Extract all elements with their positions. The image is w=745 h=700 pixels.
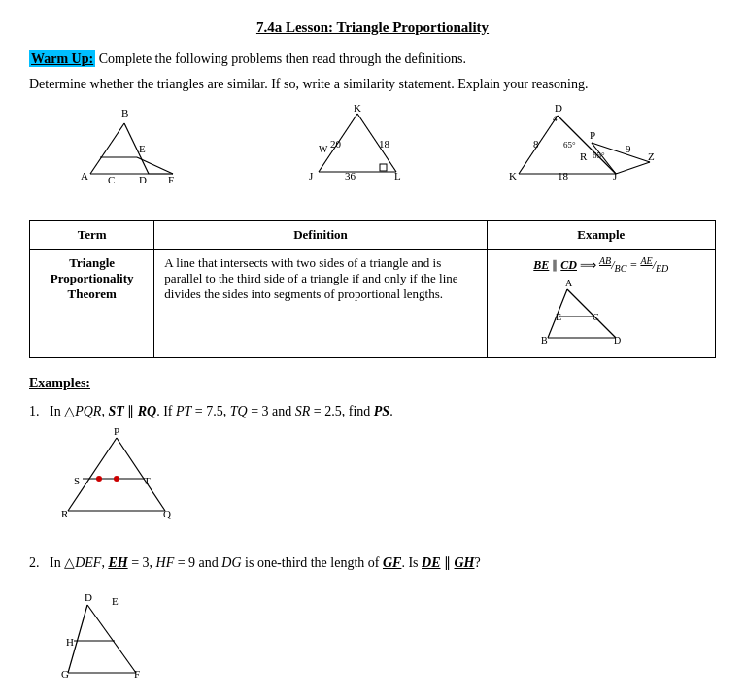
problem-2-num: 2. In △DEF, EH = 3, HF = 9 and DG is one…: [29, 555, 481, 570]
ex-C: C: [593, 312, 599, 322]
example-formula: BE ∥ CD ⟹ AB/BC = AE/ED: [497, 255, 705, 274]
examples-header: Examples:: [29, 376, 716, 391]
num-36: 36: [345, 170, 356, 182]
label-F2: F: [134, 668, 140, 680]
warm-up-label: Warm Up:: [29, 50, 95, 67]
warm-up-line: Warm Up: Complete the following problems…: [29, 50, 716, 69]
svg-line-21: [117, 438, 165, 511]
term-cell: Triangle Proportionality Theorem: [30, 249, 154, 357]
determine-line: Determine whether the triangles are simi…: [29, 77, 716, 92]
page-title: 7.4a Lesson: Triangle Proportionality: [29, 19, 716, 36]
label-Z3: Z: [648, 150, 655, 162]
angle-65b: 65°: [563, 140, 576, 150]
label-K2: K: [354, 104, 361, 114]
label-J3: J: [613, 170, 618, 182]
ex-D: D: [614, 335, 621, 346]
label-F: F: [168, 174, 174, 185]
def-cell: A line that intersects with two sides of…: [154, 249, 487, 357]
num-8: 8: [533, 138, 539, 150]
label-S: S: [74, 475, 80, 486]
label-B: B: [121, 107, 128, 118]
ex-A: A: [565, 280, 573, 288]
label-G2: G: [61, 668, 69, 680]
problem-1-text: 1. In △PQR, ST ∥ RQ. If PT = 7.5, TQ = 3…: [29, 401, 716, 422]
problem-2: 2. In △DEF, EH = 3, HF = 9 and DG is one…: [29, 552, 716, 690]
svg-line-15: [616, 162, 650, 174]
label-E: E: [139, 143, 146, 154]
label-E2: E: [112, 595, 119, 607]
svg-point-24: [96, 476, 102, 482]
label-P: P: [114, 428, 119, 437]
term-proportionality: Proportionality: [51, 271, 134, 285]
problem-1-svg: P R Q S T: [58, 428, 194, 525]
label-T: T: [144, 475, 151, 486]
warm-up-text: Complete the following problems then rea…: [95, 51, 466, 66]
label-A: A: [81, 170, 88, 182]
label-L2: L: [394, 170, 401, 182]
label-P3: P: [590, 129, 595, 141]
example-triangle-svg: A B E C D: [538, 280, 664, 348]
problem-1: 1. In △PQR, ST ∥ RQ. If PT = 7.5, TQ = 3…: [29, 401, 716, 529]
term-theorem: Theorem: [68, 286, 117, 301]
label-K3: K: [509, 170, 517, 182]
col-term-header: Term: [30, 220, 154, 249]
svg-line-1: [90, 123, 124, 174]
label-R3: R: [580, 150, 588, 162]
ex-B: B: [541, 335, 548, 346]
problem-1-num: 1. In △PQR, ST ∥ RQ. If PT = 7.5, TQ = 3…: [29, 404, 393, 418]
label-R: R: [61, 508, 69, 519]
problem-2-text: 2. In △DEF, EH = 3, HF = 9 and DG is one…: [29, 552, 716, 574]
triangle-figure-3: D K J P R Z 65° 8 9 18 4 65°: [499, 104, 674, 191]
triangle-figure-1: B E A C D F: [71, 104, 226, 191]
angle-65: 65°: [593, 150, 605, 160]
label-D3: D: [555, 104, 562, 114]
label-D: D: [139, 174, 147, 185]
svg-line-5: [137, 157, 173, 174]
label-D2: D: [85, 591, 92, 603]
svg-line-27: [87, 605, 136, 673]
col-def-header: Definition: [154, 220, 487, 249]
example-cell: BE ∥ CD ⟹ AB/BC = AE/ED: [487, 249, 715, 357]
label-C: C: [108, 174, 115, 185]
num-18: 18: [379, 138, 390, 150]
svg-line-7: [357, 114, 396, 172]
problem-2-figure: D G F E H: [58, 581, 716, 691]
num-18-3: 18: [558, 170, 569, 182]
col-example-header: Example: [487, 220, 715, 249]
ex-E: E: [556, 312, 561, 322]
problem-2-svg: D G F E H: [58, 581, 185, 687]
svg-line-17: [567, 289, 616, 338]
label-J2: J: [309, 170, 314, 182]
num-20: 20: [330, 138, 342, 150]
proportionality-table: Term Definition Example Triangle Proport…: [29, 220, 716, 358]
num-4: 4: [553, 114, 558, 123]
num-9: 9: [626, 143, 631, 154]
term-triangle: Triangle: [69, 255, 115, 270]
label-W2: W: [319, 144, 328, 154]
triangles-row: B E A C D F K J L 20 36 18 W D: [29, 104, 716, 191]
label-Q-p1: Q: [163, 508, 171, 519]
svg-rect-9: [380, 164, 387, 171]
problem-1-figure: P R Q S T: [58, 428, 716, 529]
triangle-figure-2: K J L 20 36 18 W: [289, 104, 435, 191]
svg-point-25: [114, 476, 119, 482]
label-H2: H: [66, 636, 74, 648]
